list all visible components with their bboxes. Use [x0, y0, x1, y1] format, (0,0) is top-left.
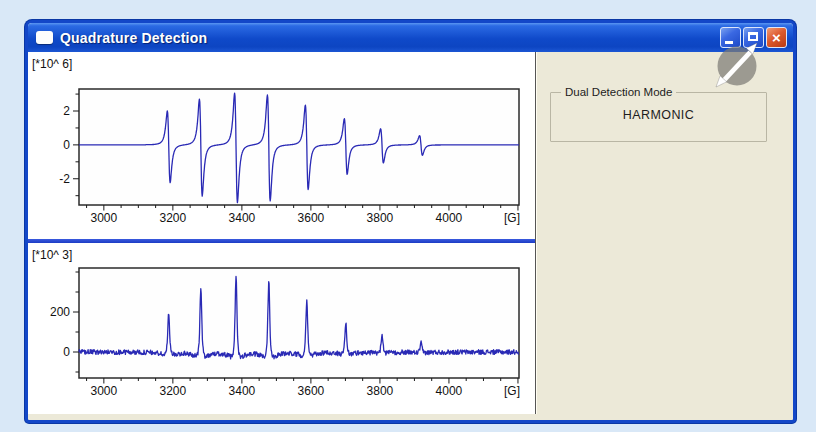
- svg-text:-2: -2: [59, 172, 70, 186]
- window-content: [*10^ 6]30003200340036003800400020-2[G] …: [28, 52, 793, 414]
- svg-text:0: 0: [63, 345, 70, 359]
- dual-detection-groupbox: Dual Detection Mode HARMONIC: [550, 86, 767, 142]
- svg-text:3000: 3000: [90, 211, 117, 225]
- y-unit-label: [*10^ 6]: [32, 57, 72, 71]
- app-window-icon: [36, 31, 53, 44]
- quadrature-spectrum-chart: [*10^ 3]3000320034003600380040002000[G]: [28, 243, 535, 413]
- window-controls: ×: [720, 27, 787, 48]
- minimize-button[interactable]: [720, 27, 741, 48]
- minimize-dash-icon: [725, 41, 733, 44]
- svg-text:3800: 3800: [367, 211, 394, 225]
- title-bar[interactable]: Quadrature Detection ×: [28, 23, 793, 52]
- quadrature-spectrum-svg: [*10^ 3]3000320034003600380040002000[G]: [28, 243, 535, 413]
- svg-text:3600: 3600: [298, 211, 325, 225]
- svg-text:3400: 3400: [229, 211, 256, 225]
- window-title: Quadrature Detection: [60, 30, 720, 46]
- detection-mode-value: HARMONIC: [557, 108, 760, 122]
- svg-text:3200: 3200: [160, 384, 187, 398]
- svg-text:2: 2: [63, 104, 70, 118]
- svg-text:3800: 3800: [367, 384, 394, 398]
- x-unit-label: [G]: [504, 384, 520, 398]
- maximize-square-icon: [748, 32, 758, 41]
- quadrature-detection-window: Quadrature Detection × [*10^ 6]300032003…: [25, 20, 796, 423]
- dual-detection-panel: Dual Detection Mode HARMONIC: [536, 52, 793, 414]
- harmonic-spectrum-chart: [*10^ 6]30003200340036003800400020-2[G]: [28, 52, 535, 238]
- svg-text:4000: 4000: [436, 211, 463, 225]
- close-button[interactable]: ×: [766, 27, 787, 48]
- svg-text:0: 0: [63, 138, 70, 152]
- maximize-button[interactable]: [743, 27, 764, 48]
- svg-text:3400: 3400: [229, 384, 256, 398]
- dual-detection-group-label: Dual Detection Mode: [561, 86, 676, 98]
- svg-text:3600: 3600: [298, 384, 325, 398]
- svg-text:3000: 3000: [90, 384, 117, 398]
- close-x-icon: ×: [767, 28, 786, 47]
- plot-frame: [79, 268, 519, 378]
- harmonic-spectrum-svg: [*10^ 6]30003200340036003800400020-2[G]: [28, 52, 535, 238]
- x-unit-label: [G]: [504, 211, 520, 225]
- y-unit-label: [*10^ 3]: [32, 248, 72, 262]
- svg-text:3200: 3200: [160, 211, 187, 225]
- desktop-background: Quadrature Detection × [*10^ 6]300032003…: [0, 0, 816, 432]
- spectra-panel: [*10^ 6]30003200340036003800400020-2[G] …: [28, 52, 536, 414]
- svg-text:4000: 4000: [436, 384, 463, 398]
- plot-frame: [79, 89, 519, 205]
- svg-text:200: 200: [50, 305, 70, 319]
